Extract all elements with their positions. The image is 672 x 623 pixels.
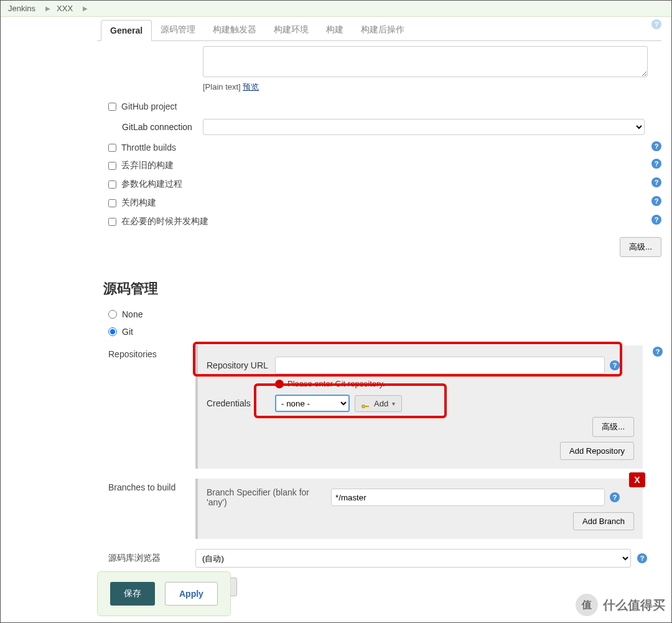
scm-none-label: None [122, 309, 142, 319]
error-icon: – [275, 380, 284, 388]
branches-to-build-label: Branches to build [108, 479, 195, 492]
repositories-label: Repositories [108, 345, 195, 359]
add-credentials-label: Add [374, 399, 388, 408]
breadcrumb: Jenkins ▶ XXX ▶ [1, 1, 671, 17]
repo-url-label: Repository URL [207, 360, 275, 370]
delete-branch-button[interactable]: X [629, 472, 645, 487]
throttle-builds-label: Throttle builds [121, 143, 176, 152]
github-project-label: GitHub project [121, 101, 177, 111]
left-sidebar [1, 17, 97, 622]
parameterized-label: 参数化构建过程 [121, 179, 182, 190]
tab-general[interactable]: General [101, 20, 152, 41]
breadcrumb-root[interactable]: Jenkins [8, 4, 35, 13]
help-icon[interactable]: ? [637, 553, 647, 563]
description-textarea[interactable] [203, 46, 648, 77]
credentials-select[interactable]: - none - [275, 395, 350, 412]
scm-git-radio[interactable] [108, 327, 117, 336]
parameterized-checkbox[interactable] [108, 180, 116, 189]
discard-old-checkbox[interactable] [108, 162, 116, 170]
chevron-right-icon: ▶ [45, 5, 50, 12]
credentials-label: Credentials [207, 398, 275, 408]
branch-specifier-input[interactable] [331, 489, 605, 506]
caret-down-icon: ▾ [392, 400, 395, 407]
chevron-right-icon: ▶ [83, 5, 88, 12]
repo-advanced-button[interactable]: 高级... [592, 417, 634, 437]
scm-section-title: 源码管理 [103, 279, 661, 298]
key-icon [362, 401, 370, 406]
apply-button[interactable]: Apply [165, 582, 218, 606]
breadcrumb-project[interactable]: XXX [57, 4, 73, 13]
tab-scm[interactable]: 源码管理 [152, 19, 204, 40]
tab-build[interactable]: 构建 [317, 19, 352, 40]
general-advanced-button[interactable]: 高级... [620, 237, 661, 257]
disable-build-checkbox[interactable] [108, 199, 116, 207]
help-icon[interactable]: ? [651, 19, 661, 29]
repo-url-warning-text: Please enter Git repository. [287, 379, 385, 388]
help-icon[interactable]: ? [651, 196, 661, 206]
repo-browser-select[interactable]: (自动) [195, 549, 631, 568]
tab-triggers[interactable]: 构建触发器 [204, 19, 265, 40]
plain-text-label: [Plain text] [203, 82, 241, 91]
preview-link[interactable]: 预览 [243, 82, 259, 91]
save-button[interactable]: 保存 [110, 582, 155, 606]
add-repository-button[interactable]: Add Repository [560, 442, 634, 460]
concurrent-build-checkbox[interactable] [108, 218, 116, 226]
add-credentials-button[interactable]: Add ▾ [355, 395, 402, 412]
repository-block: Repository URL ? – Please enter Git repo… [195, 345, 643, 469]
branch-specifier-label: Branch Specifier (blank for 'any') [207, 487, 331, 507]
scm-none-radio[interactable] [108, 310, 117, 319]
config-content: General 源码管理 构建触发器 构建环境 构建 构建后操作 [Plain … [97, 17, 671, 622]
tab-build-env[interactable]: 构建环境 [265, 19, 317, 40]
help-icon[interactable]: ? [651, 177, 661, 187]
github-project-checkbox[interactable] [108, 103, 116, 111]
tab-post-build[interactable]: 构建后操作 [352, 19, 413, 40]
help-icon[interactable]: ? [651, 215, 661, 225]
footer-buttons: 保存 Apply [97, 571, 231, 616]
help-icon[interactable]: ? [610, 360, 620, 370]
repo-url-warning: – Please enter Git repository. [275, 379, 634, 388]
help-icon[interactable]: ? [610, 492, 620, 502]
gitlab-connection-select[interactable] [203, 119, 645, 135]
repo-url-input[interactable] [275, 357, 605, 374]
discard-old-label: 丢弃旧的构建 [121, 160, 174, 171]
config-tabs: General 源码管理 构建触发器 构建环境 构建 构建后操作 [97, 19, 661, 41]
gitlab-connection-label: GitLab connection [122, 122, 203, 132]
repo-browser-label: 源码库浏览器 [108, 549, 195, 564]
scm-git-label: Git [122, 327, 133, 337]
help-icon[interactable]: ? [653, 347, 663, 357]
help-icon[interactable]: ? [651, 159, 661, 169]
concurrent-build-label: 在必要的时候并发构建 [121, 216, 208, 227]
disable-build-label: 关闭构建 [121, 197, 156, 208]
add-branch-button[interactable]: Add Branch [573, 512, 634, 530]
help-icon[interactable]: ? [651, 141, 661, 151]
throttle-builds-checkbox[interactable] [108, 144, 116, 152]
branch-block: X Branch Specifier (blank for 'any') ? A… [195, 479, 643, 539]
